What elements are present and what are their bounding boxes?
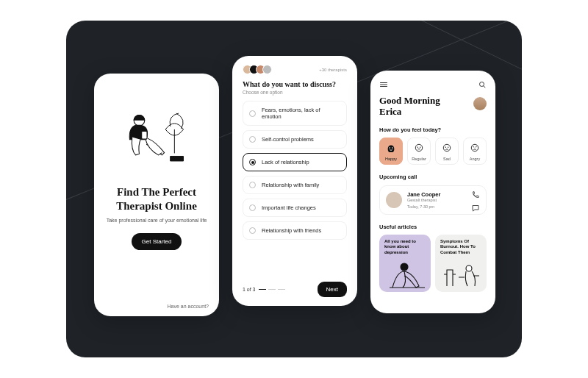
stage: Find The PerfectTherapist Online Take pr… <box>66 21 522 357</box>
discuss-option[interactable]: Fears, emotions, lack of emotion <box>243 101 347 126</box>
radio-icon <box>249 110 256 117</box>
discuss-option[interactable]: Lack of relationship <box>243 153 347 171</box>
option-label: Lack of relationship <box>262 159 309 165</box>
article-title: Symptoms Of Burnout. How To Combat Them <box>440 239 476 254</box>
step-indicator <box>259 289 285 290</box>
mood-face-icon <box>442 143 452 152</box>
articles-label: Useful articles <box>379 224 487 230</box>
upcoming-call-card[interactable]: Jane Cooper Gestalt therapist Today, 7:3… <box>379 185 487 215</box>
therapist-avatar <box>386 192 402 208</box>
chat-icon[interactable] <box>471 204 480 213</box>
mood-option-sad[interactable]: Sad <box>435 138 459 165</box>
therapist-role: Gestalt therapist <box>407 198 440 202</box>
search-icon[interactable] <box>478 80 487 89</box>
option-label: Relationship with family <box>262 182 319 188</box>
onboarding-subtitle: Take professional care of your emotional… <box>106 218 207 223</box>
article-card[interactable]: Symptoms Of Burnout. How To Combat Them <box>435 235 487 292</box>
svg-point-10 <box>448 146 448 147</box>
option-label: Fears, emotions, lack of emotion <box>262 107 340 120</box>
svg-point-4 <box>392 147 393 149</box>
mood-label: Happy <box>380 157 402 161</box>
radio-icon <box>249 227 256 234</box>
svg-point-6 <box>417 146 418 147</box>
phone-icon[interactable] <box>471 190 480 199</box>
mood-face-icon <box>386 143 396 152</box>
discuss-option[interactable]: Relationship with friends <box>243 221 347 240</box>
mood-label: Regular <box>408 157 430 161</box>
option-label: Self-control problems <box>262 136 314 143</box>
home-screen: Good MorningErica How do you feel today?… <box>370 71 495 313</box>
have-account-link[interactable]: Have an account? <box>168 304 209 309</box>
feel-label: How do you feel today? <box>379 126 487 133</box>
mood-option-angry[interactable]: Angry <box>463 138 487 165</box>
article-card[interactable]: All you need to know about depression <box>379 235 431 292</box>
radio-icon <box>249 136 256 143</box>
mood-label: Angry <box>464 157 486 161</box>
svg-point-11 <box>471 144 478 151</box>
svg-point-9 <box>445 146 446 147</box>
question-screen: +30 therapists What do you want to discu… <box>232 56 357 306</box>
profile-avatar[interactable] <box>473 97 487 110</box>
option-label: Relationship with friends <box>262 227 321 234</box>
svg-point-3 <box>389 147 390 149</box>
hero-illustration <box>106 88 207 176</box>
therapist-avatars <box>243 65 272 74</box>
svg-rect-1 <box>142 131 147 139</box>
radio-icon <box>249 182 256 188</box>
therapist-name: Jane Cooper <box>407 191 440 198</box>
mood-face-icon <box>414 143 424 152</box>
onboarding-title: Find The PerfectTherapist Online <box>106 185 207 213</box>
svg-point-13 <box>466 265 472 271</box>
option-label: Important life changes <box>262 204 316 211</box>
therapist-count: +30 therapists <box>319 68 347 72</box>
article-title: All you need to know about depression <box>384 239 416 254</box>
question-title: What do you want to discuss? <box>243 80 347 88</box>
svg-point-5 <box>415 144 422 151</box>
discuss-option[interactable]: Important life changes <box>243 199 347 217</box>
discuss-option[interactable]: Relationship with family <box>243 176 347 194</box>
question-instruction: Choose one option <box>243 90 347 95</box>
get-started-button[interactable]: Get Started <box>132 233 182 250</box>
call-time: Today, 7:30 pm <box>407 204 440 209</box>
svg-point-8 <box>443 144 450 151</box>
mood-label: Sad <box>436 157 458 161</box>
radio-icon <box>249 159 256 165</box>
discuss-option[interactable]: Self-control problems <box>243 130 347 149</box>
greeting: Good MorningErica <box>379 96 440 118</box>
svg-point-7 <box>420 146 420 147</box>
mood-face-icon <box>470 143 480 152</box>
onboarding-screen: Find The PerfectTherapist Online Take pr… <box>94 74 219 316</box>
upcoming-label: Upcoming call <box>379 174 487 180</box>
step-counter: 1 of 3 <box>243 287 256 292</box>
radio-icon <box>249 204 256 211</box>
svg-point-2 <box>480 82 484 87</box>
next-button[interactable]: Next <box>318 282 347 297</box>
mood-option-happy[interactable]: Happy <box>379 138 403 165</box>
mood-option-regular[interactable]: Regular <box>407 138 431 165</box>
svg-point-12 <box>401 263 408 271</box>
menu-icon[interactable] <box>379 80 388 89</box>
